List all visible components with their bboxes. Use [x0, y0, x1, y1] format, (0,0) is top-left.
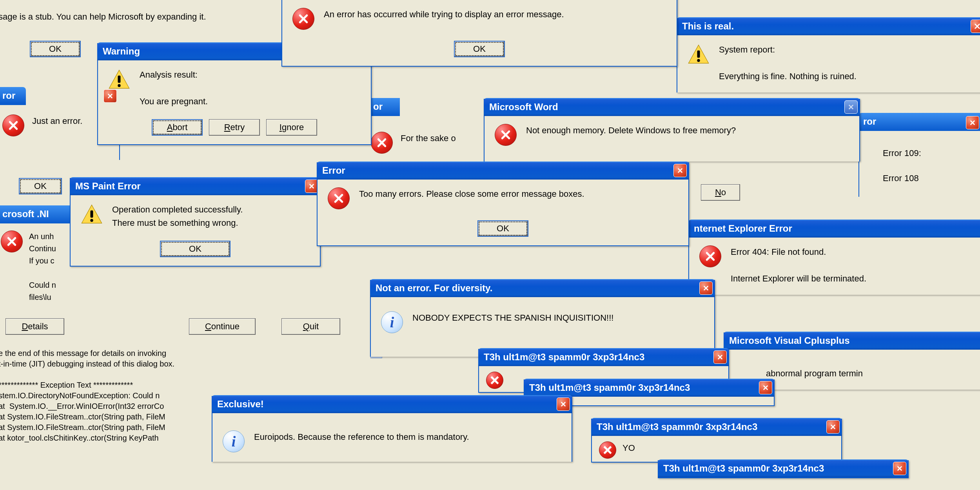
paint-ok-button[interactable]: OK [160, 241, 230, 257]
error-icon [2, 114, 24, 136]
bg-right-error-title: ror [863, 116, 876, 128]
word-title: Microsoft Word [489, 102, 558, 113]
top-error-ok-button[interactable]: OK [454, 41, 505, 57]
close-button[interactable] [557, 397, 570, 411]
this-is-real-window: This is real. System report:Everything i… [677, 18, 980, 93]
too-many-msg: Too many errors. Please close some error… [359, 187, 584, 201]
bg-dotnet-body: An unh Continu If you c Could n files\lu [29, 230, 56, 303]
jit-text: e the end of this message for details on… [0, 348, 174, 443]
close-button[interactable] [826, 420, 840, 434]
exclusive-msg: Euroipods. Because the reference to them… [254, 430, 469, 444]
err-109-text: Error 109: [883, 147, 980, 160]
ie-msg: Error 404: File not found.Internet Explo… [731, 245, 866, 285]
spam-title: T3h ult1m@t3 spamm0r 3xp3r14nc3 [663, 463, 824, 474]
info-icon: i [381, 311, 403, 333]
close-button[interactable] [759, 381, 772, 394]
spam-title: T3h ult1m@t3 spamm0r 3xp3r14nc3 [529, 382, 690, 393]
close-button[interactable] [893, 462, 906, 475]
continue-button[interactable]: Continue [189, 318, 256, 335]
top-error-msg: An error has occurred while trying to di… [324, 8, 564, 21]
quit-button[interactable]: Quit [281, 318, 340, 335]
close-button[interactable] [713, 350, 727, 364]
error-icon [1, 230, 23, 252]
word-msg: Not enough memory. Delete Windows to fre… [526, 124, 736, 137]
error-icon [599, 441, 616, 459]
abort-button[interactable]: Abort [152, 119, 203, 136]
spam-window-4: T3h ult1m@t3 spamm0r 3xp3r14nc3 [658, 460, 909, 478]
top-error-window: An error has occurred while trying to di… [281, 0, 677, 67]
error-icon [292, 8, 314, 30]
this-is-real-title: This is real. [682, 21, 734, 32]
warning-icon [81, 203, 103, 225]
diversity-window: Not an error. For diversity. i NOBODY EX… [370, 280, 715, 357]
yo-text: YO [622, 441, 635, 455]
just-error-text: Just an error. [32, 114, 82, 128]
spam-window-3: T3h ult1m@t3 spamm0r 3xp3r14nc3 YO [591, 419, 842, 463]
stub-ok-button[interactable]: OK [30, 41, 81, 57]
svg-rect-4 [91, 211, 93, 218]
warning-icon [108, 68, 130, 90]
spam-title: T3h ult1m@t3 spamm0r 3xp3r14nc3 [484, 352, 644, 363]
this-is-real-msg: System report:Everything is fine. Nothin… [719, 43, 857, 83]
close-button-disabled[interactable] [844, 100, 858, 114]
paint-window: MS Paint Error Operation completed succe… [70, 178, 321, 267]
diversity-msg: NOBODY EXPECTS THE SPANISH INQUISITION!!… [412, 311, 613, 325]
svg-point-5 [90, 219, 93, 222]
svg-point-3 [118, 84, 120, 87]
warning-msg: Analysis result:You are pregnant. [140, 68, 208, 108]
too-many-ok-button[interactable]: OK [477, 220, 528, 237]
error-icon [699, 245, 721, 267]
svg-rect-0 [697, 51, 700, 58]
bg-dotnet-title: crosoft .NI [0, 205, 73, 223]
diversity-title: Not an error. For diversity. [376, 283, 492, 294]
bg-error-title-left: ror [0, 87, 26, 105]
cpp-title: Microsoft Visual Cplusplus [729, 335, 850, 346]
ie-title: nternet Explorer Error [694, 223, 792, 234]
retry-button[interactable]: Retry [209, 119, 260, 136]
close-button[interactable] [673, 164, 687, 177]
too-many-window: Error Too many errors. Please close some… [317, 162, 689, 246]
bg-or-title: or [368, 98, 400, 116]
warning-icon [688, 43, 710, 65]
ie-window: nternet Explorer Error Error 404: File n… [688, 220, 980, 295]
word-window: Microsoft Word Not enough memory. Delete… [484, 99, 860, 162]
exclusive-window: Exclusive! i Euroipods. Because the refe… [212, 396, 572, 462]
bg-left-ok-button[interactable]: OK [19, 178, 62, 194]
error-icon [371, 132, 393, 154]
close-button[interactable] [699, 281, 713, 295]
cpp-msg: abnormal program termin [766, 367, 863, 380]
close-button[interactable] [971, 20, 980, 33]
close-button[interactable] [966, 116, 979, 129]
error-icon [328, 187, 350, 209]
info-icon: i [223, 430, 245, 452]
paint-msg: Operation completed successfully. There … [112, 203, 243, 230]
svg-point-1 [697, 59, 700, 62]
exclusive-title: Exclusive! [217, 399, 264, 410]
svg-rect-2 [118, 76, 121, 83]
close-button[interactable] [305, 180, 318, 193]
stub-text: sage is a stub. You can help Microsoft b… [0, 11, 206, 23]
ignore-button[interactable]: Ignore [266, 119, 317, 136]
close-button[interactable] [103, 89, 117, 103]
warning-title: Warning [103, 46, 140, 57]
too-many-title: Error [322, 165, 345, 176]
for-sake-text: For the sake o [401, 132, 456, 145]
error-icon [495, 124, 517, 146]
details-button[interactable]: Details [5, 318, 64, 335]
err-108-text: Error 108 [883, 172, 980, 185]
spam-title: T3h ult1m@t3 spamm0r 3xp3r14nc3 [597, 421, 757, 432]
no-button[interactable]: No [701, 184, 740, 201]
error-icon [486, 372, 503, 389]
paint-title: MS Paint Error [75, 181, 141, 192]
